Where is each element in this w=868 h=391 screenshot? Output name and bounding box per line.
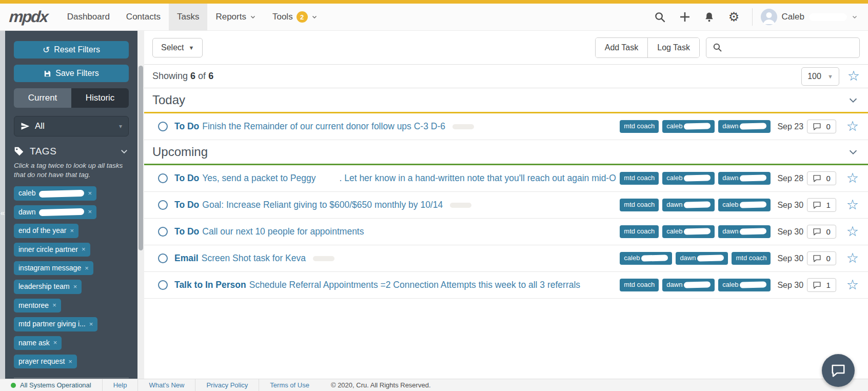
star-icon[interactable]: ☆ xyxy=(846,171,859,185)
task-tag-chip[interactable]: dawn xyxy=(662,279,715,291)
sidebar-tag-chip[interactable]: instagram message× xyxy=(14,261,93,275)
task-subject[interactable]: Yes, send a packet to Peggy xyxy=(202,173,315,183)
sidebar-scrollbar[interactable] xyxy=(137,31,144,379)
task-tag-chip[interactable]: caleb xyxy=(662,225,715,238)
task-tag-chip[interactable]: dawn xyxy=(662,199,715,211)
sidebar-tag-chip[interactable]: caleb× xyxy=(14,186,96,200)
task-subject[interactable]: Goal: Increase Reliant giving to $600/$6… xyxy=(202,200,443,210)
task-tag-chip[interactable]: caleb xyxy=(718,199,771,211)
star-icon[interactable]: ☆ xyxy=(846,225,859,239)
nav-dashboard[interactable]: Dashboard xyxy=(59,4,118,31)
sidebar-tag-chip[interactable]: inner circle partner× xyxy=(14,243,90,257)
collapse-sidebar-icon[interactable]: « xyxy=(0,208,5,217)
chevron-down-icon[interactable] xyxy=(120,147,129,156)
remove-tag-icon[interactable]: × xyxy=(53,339,57,346)
task-tag-chip[interactable]: mtd coach xyxy=(620,225,659,238)
reset-filters-button[interactable]: ↺ Reset Filters xyxy=(14,41,129,58)
page-size-select[interactable]: 100 ▼ xyxy=(801,67,839,86)
task-type[interactable]: To Do xyxy=(174,173,199,183)
nav-reports[interactable]: Reports xyxy=(207,4,264,31)
task-tag-chip[interactable]: dawn xyxy=(718,172,771,184)
search-icon[interactable] xyxy=(654,11,667,23)
task-search-box[interactable] xyxy=(706,37,860,58)
remove-tag-icon[interactable]: × xyxy=(88,190,92,197)
star-icon[interactable]: ☆ xyxy=(846,120,859,133)
nav-tasks[interactable]: Tasks xyxy=(169,4,207,31)
add-icon[interactable] xyxy=(678,11,692,23)
star-icon[interactable]: ☆ xyxy=(847,69,860,83)
remove-tag-icon[interactable]: × xyxy=(82,246,86,253)
task-checkbox[interactable] xyxy=(158,253,168,263)
tab-current[interactable]: Current xyxy=(14,88,71,108)
comment-count-button[interactable]: 1 xyxy=(807,278,836,292)
star-icon[interactable]: ☆ xyxy=(846,198,859,212)
task-tag-chip[interactable]: caleb xyxy=(620,252,672,264)
sidebar-tag-chip[interactable]: end of the year× xyxy=(14,224,78,238)
tab-historic[interactable]: Historic xyxy=(71,88,129,108)
task-type[interactable]: To Do xyxy=(174,226,199,237)
task-checkbox[interactable] xyxy=(158,280,168,290)
star-icon[interactable]: ☆ xyxy=(846,278,859,292)
tags-section-header[interactable]: TAGS xyxy=(14,146,129,157)
task-subject[interactable]: Screen Shot task for Keva xyxy=(202,253,306,263)
task-checkbox[interactable] xyxy=(158,122,168,131)
footer-link[interactable]: Help xyxy=(113,381,127,389)
task-checkbox[interactable] xyxy=(158,227,168,237)
comment-count-button[interactable]: 0 xyxy=(807,171,836,185)
task-subject[interactable]: Finish the Remainder of our current dono… xyxy=(202,121,445,131)
task-tag-chip[interactable]: mtd coach xyxy=(620,279,659,291)
task-subject-continued[interactable]: . Let her know in a hand-written note th… xyxy=(339,173,616,183)
remove-tag-icon[interactable]: × xyxy=(85,265,89,272)
task-tag-chip[interactable]: dawn xyxy=(718,120,771,132)
task-type[interactable]: To Do xyxy=(174,200,199,210)
nav-tools[interactable]: Tools 2 xyxy=(264,4,326,31)
task-type[interactable]: Talk to In Person xyxy=(174,280,246,290)
mpdx-logo[interactable]: mpdx xyxy=(9,8,48,26)
task-tag-chip[interactable]: mtd coach xyxy=(620,120,659,132)
chat-launcher-button[interactable] xyxy=(822,354,855,387)
collapse-section-icon[interactable] xyxy=(847,94,859,106)
task-tag-chip[interactable]: mtd coach xyxy=(732,252,771,264)
task-tag-chip[interactable]: caleb xyxy=(718,279,771,291)
sidebar-tag-chip[interactable]: leadership team× xyxy=(14,280,82,294)
settings-gear-icon[interactable]: ⚙ xyxy=(727,11,741,23)
task-tag-chip[interactable]: dawn xyxy=(718,225,771,238)
scrollbar-thumb[interactable] xyxy=(139,66,143,250)
save-filters-button[interactable]: Save Filters xyxy=(14,65,129,82)
nav-contacts[interactable]: Contacts xyxy=(118,4,169,31)
comment-count-button[interactable]: 0 xyxy=(807,120,836,133)
task-subject[interactable]: Schedule Referral Appointments =2 Connec… xyxy=(249,280,580,290)
task-type[interactable]: Email xyxy=(174,253,199,263)
task-checkbox[interactable] xyxy=(158,173,168,183)
notifications-bell-icon[interactable] xyxy=(703,11,716,23)
select-button[interactable]: Select ▼ xyxy=(152,38,203,57)
comment-count-button[interactable]: 0 xyxy=(807,251,836,265)
scope-select[interactable]: All ▾ xyxy=(14,116,129,136)
remove-tag-icon[interactable]: × xyxy=(52,302,56,309)
system-status[interactable]: All Systems Operational xyxy=(0,379,102,391)
remove-tag-icon[interactable]: × xyxy=(88,208,92,216)
remove-tag-icon[interactable]: × xyxy=(73,283,77,290)
remove-tag-icon[interactable]: × xyxy=(89,321,93,328)
comment-count-button[interactable]: 0 xyxy=(807,225,836,239)
sidebar-tag-chip[interactable]: name ask× xyxy=(14,336,62,350)
sidebar-collapse-strip[interactable]: « xyxy=(0,31,5,379)
remove-tag-icon[interactable]: × xyxy=(68,358,72,365)
star-icon[interactable]: ☆ xyxy=(846,251,859,265)
remove-tag-icon[interactable]: × xyxy=(70,227,74,234)
task-subject[interactable]: Call our next 10 people for appointments xyxy=(202,226,364,237)
task-type[interactable]: To Do xyxy=(174,121,199,131)
footer-link[interactable]: Privacy Policy xyxy=(206,381,248,389)
user-menu[interactable]: Caleb xyxy=(761,9,858,25)
task-tag-chip[interactable]: dawn xyxy=(676,252,728,264)
footer-link[interactable]: What's New xyxy=(149,381,184,389)
footer-link[interactable]: Terms of Use xyxy=(270,381,309,389)
sidebar-tag-chip[interactable]: mentoree× xyxy=(14,299,61,312)
sidebar-tag-chip[interactable]: dawn× xyxy=(14,205,96,219)
task-tag-chip[interactable]: caleb xyxy=(662,120,715,132)
collapse-section-icon[interactable] xyxy=(847,146,859,158)
task-search-input[interactable] xyxy=(727,43,853,52)
sidebar-tag-chip[interactable]: prayer request× xyxy=(14,355,77,368)
task-tag-chip[interactable]: mtd coach xyxy=(620,199,659,211)
sidebar-tag-chip[interactable]: mtd partner giving i...× xyxy=(14,317,97,331)
